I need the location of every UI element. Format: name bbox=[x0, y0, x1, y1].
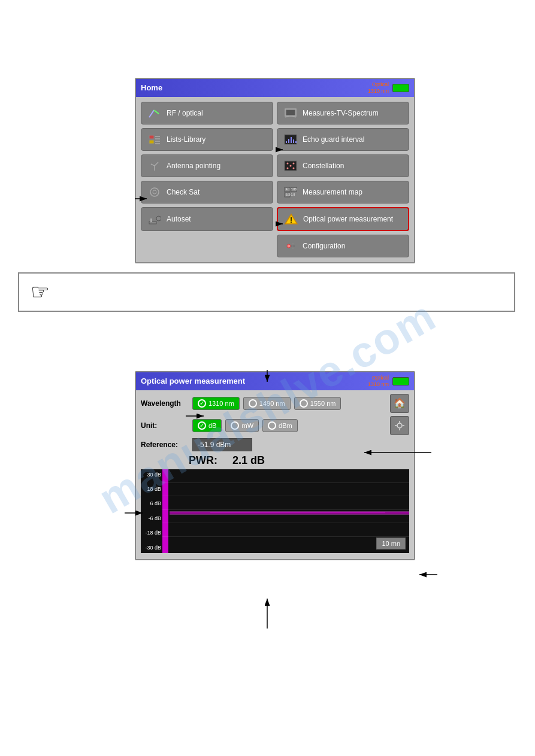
unit-label: Unit: bbox=[141, 421, 189, 430]
wavelength-label: Wavelength bbox=[141, 399, 189, 408]
unit-db-circle: ✓ bbox=[198, 421, 206, 430]
menu-btn-lists-library[interactable]: Lists-Library bbox=[141, 128, 273, 151]
grid-line-2 bbox=[162, 496, 409, 496]
optical-screen-title: Optical power measurement bbox=[141, 377, 245, 385]
time-btn[interactable]: 10 mn bbox=[376, 538, 406, 549]
unit-db-btn[interactable]: ✓ dB bbox=[192, 419, 222, 432]
svg-line-0 bbox=[149, 110, 154, 117]
svg-line-19 bbox=[151, 164, 155, 166]
menu-btn-measurement-map[interactable]: 4.1 3.86 6.3 6.8 Measurement map bbox=[277, 181, 409, 204]
svg-rect-3 bbox=[286, 110, 295, 115]
svg-point-36 bbox=[156, 216, 161, 221]
wavelength-1490-btn[interactable]: 1490 nm bbox=[243, 397, 291, 410]
menu-btn-echo-guard[interactable]: Echo guard interval bbox=[277, 128, 409, 151]
svg-point-39 bbox=[287, 244, 291, 248]
chart-main: 10 mn bbox=[162, 469, 409, 553]
svg-rect-34 bbox=[149, 221, 156, 224]
svg-point-24 bbox=[287, 167, 289, 169]
unit-mw-btn[interactable]: mW bbox=[225, 419, 259, 432]
echo-guard-label: Echo guard interval bbox=[303, 135, 364, 144]
svg-point-22 bbox=[287, 162, 289, 164]
settings-nav-btn[interactable] bbox=[390, 416, 409, 435]
svg-line-1 bbox=[154, 110, 159, 114]
wavelength-1310-btn[interactable]: ✓ 1310 nm bbox=[192, 397, 240, 410]
unit-dbm-circle bbox=[268, 421, 276, 430]
pwr-display: PWR: 2.1 dB bbox=[189, 454, 409, 467]
wavelength-1490-label: 1490 nm bbox=[259, 400, 285, 407]
optical-power-label: Optical power measurement bbox=[303, 215, 393, 223]
reference-value[interactable]: -51.9 dBm bbox=[192, 438, 252, 451]
svg-rect-13 bbox=[286, 141, 287, 143]
menu-btn-autoset[interactable]: Autoset bbox=[141, 207, 273, 231]
reference-row: Reference: -51.9 dBm bbox=[141, 438, 409, 451]
menu-btn-configuration[interactable]: Configuration bbox=[277, 235, 409, 257]
wavelength-1550-circle bbox=[300, 399, 308, 408]
svg-rect-35 bbox=[150, 218, 152, 222]
chart-left-bar bbox=[162, 469, 168, 553]
svg-point-26 bbox=[290, 165, 292, 166]
configuration-label: Configuration bbox=[303, 242, 345, 250]
svg-rect-17 bbox=[295, 141, 297, 143]
menu-btn-constellation[interactable]: Constellation bbox=[277, 154, 409, 177]
menu-btn-rf-optical[interactable]: RF / optical bbox=[141, 102, 273, 125]
wavelength-1310-label: 1310 nm bbox=[208, 400, 234, 407]
svg-text:6.3 6.8: 6.3 6.8 bbox=[286, 193, 295, 196]
signal-noise-2 bbox=[170, 514, 409, 515]
svg-point-25 bbox=[293, 167, 295, 169]
optical-battery-icon bbox=[392, 377, 409, 385]
optical-title-right: Optical1310 nm bbox=[368, 375, 409, 388]
signal-noise-3 bbox=[210, 512, 385, 512]
grid-line-1 bbox=[162, 482, 409, 483]
hand-icon: ☞ bbox=[31, 280, 50, 305]
home-title-bar: Home Optical1310 nm bbox=[136, 79, 414, 97]
optical-screen-label: Optical1310 nm bbox=[368, 375, 389, 388]
autoset-label: Autoset bbox=[167, 215, 191, 223]
chart-y-labels: 30 dB 18 dB 6 dB -6 dB -18 dB -30 dB bbox=[141, 469, 162, 553]
svg-point-28 bbox=[153, 190, 156, 194]
wavelength-1310-circle: ✓ bbox=[198, 399, 206, 408]
y-label-n18: -18 dB bbox=[142, 530, 161, 536]
menu-btn-optical-power[interactable]: ! Optical power measurement bbox=[277, 207, 409, 231]
autoset-icon bbox=[147, 213, 162, 225]
y-label-n30: -30 dB bbox=[142, 545, 161, 551]
measurement-map-label: Measurement map bbox=[303, 188, 362, 196]
echo-guard-icon bbox=[283, 133, 298, 145]
battery-icon bbox=[392, 84, 409, 92]
note-icon-area: ☞ bbox=[19, 274, 61, 311]
menu-btn-antenna-pointing[interactable]: Antenna pointing bbox=[141, 154, 273, 177]
wavelength-1490-circle bbox=[249, 399, 257, 408]
rf-optical-icon bbox=[147, 107, 162, 119]
pwr-value: 2.1 dB bbox=[232, 454, 265, 466]
svg-rect-14 bbox=[288, 139, 289, 143]
unit-db-label: dB bbox=[208, 422, 216, 429]
y-label-18: 18 dB bbox=[142, 486, 161, 492]
grid-line-5 bbox=[162, 536, 409, 537]
wavelength-1550-btn[interactable]: 1550 nm bbox=[294, 397, 341, 410]
svg-text:4.1 3.86: 4.1 3.86 bbox=[286, 187, 297, 191]
optical-title-bar: Optical power measurement Optical1310 nm bbox=[136, 372, 414, 390]
svg-point-27 bbox=[150, 188, 159, 196]
unit-row: Unit: ✓ dB mW dBm bbox=[141, 416, 409, 435]
check-sat-icon bbox=[147, 186, 162, 198]
home-nav-btn[interactable]: 🏠 bbox=[390, 394, 409, 413]
configuration-icon bbox=[283, 240, 298, 252]
svg-rect-15 bbox=[291, 137, 292, 143]
unit-dbm-btn[interactable]: dBm bbox=[262, 419, 298, 432]
svg-rect-6 bbox=[149, 135, 154, 139]
svg-point-23 bbox=[293, 162, 295, 164]
constellation-icon bbox=[283, 160, 298, 172]
optical-label: Optical1310 nm bbox=[368, 81, 389, 95]
signal-line bbox=[170, 512, 409, 514]
svg-point-42 bbox=[397, 423, 402, 428]
rf-optical-label: RF / optical bbox=[167, 109, 203, 117]
menu-btn-check-sat[interactable]: Check Sat bbox=[141, 181, 273, 204]
menu-btn-measures-tv[interactable]: Measures-TV-Spectrum bbox=[277, 102, 409, 125]
svg-text:!: ! bbox=[290, 216, 292, 224]
svg-rect-7 bbox=[149, 140, 154, 144]
check-sat-label: Check Sat bbox=[167, 188, 200, 196]
svg-line-20 bbox=[155, 162, 158, 166]
note-box: ☞ bbox=[18, 272, 515, 312]
grid-line-3 bbox=[162, 509, 409, 510]
antenna-pointing-label: Antenna pointing bbox=[167, 162, 220, 170]
note-content bbox=[61, 286, 514, 298]
